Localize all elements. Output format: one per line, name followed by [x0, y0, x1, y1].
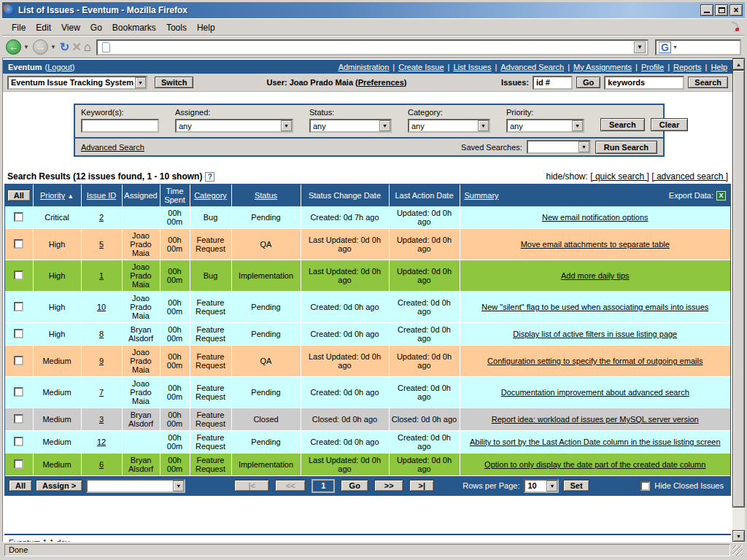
status-select[interactable]: any▼: [309, 119, 392, 133]
dropdown-arrow-icon[interactable]: ▼: [578, 141, 589, 152]
menu-help[interactable]: Help: [192, 21, 220, 34]
nav-link-my-assignments[interactable]: My Assignments: [573, 63, 632, 71]
last-page-button[interactable]: >|: [409, 480, 434, 491]
dropdown-arrow-icon[interactable]: ▼: [173, 481, 184, 491]
issue-summary-link[interactable]: Move email attachments to separate table: [521, 240, 670, 249]
prev-page-button[interactable]: <<: [275, 480, 306, 491]
row-checkbox[interactable]: [14, 302, 23, 311]
resize-grip[interactable]: [732, 545, 743, 556]
issue-id-link[interactable]: 8: [99, 330, 104, 338]
issue-id-link[interactable]: 6: [99, 460, 104, 469]
row-checkbox[interactable]: [14, 329, 23, 338]
menu-tools[interactable]: Tools: [161, 21, 192, 34]
back-button[interactable]: ←: [6, 39, 21, 55]
row-checkbox[interactable]: [14, 387, 23, 397]
issue-summary-link[interactable]: New email notification options: [542, 213, 649, 222]
scroll-down-button[interactable]: ▼: [732, 530, 745, 542]
row-checkbox[interactable]: [14, 356, 23, 365]
menu-file[interactable]: File: [7, 21, 31, 34]
maximize-button[interactable]: [715, 4, 728, 16]
google-search-box[interactable]: G ▼: [655, 39, 741, 55]
advanced-search-link[interactable]: Advanced Search: [81, 143, 144, 152]
issue-summary-link[interactable]: Report idea: workload of issues per MySQ…: [492, 415, 699, 424]
hide-closed-checkbox[interactable]: [640, 481, 650, 491]
column-category[interactable]: Category: [194, 191, 227, 200]
menu-view[interactable]: View: [56, 21, 85, 34]
issue-id-link[interactable]: 10: [97, 303, 106, 311]
minimize-button[interactable]: [700, 4, 713, 16]
switch-button[interactable]: Switch: [155, 77, 193, 88]
saved-searches-select[interactable]: ▼: [527, 140, 591, 154]
search-engine-dropdown-icon[interactable]: ▼: [673, 44, 678, 50]
issue-summary-link[interactable]: Display list of active filters in issue …: [513, 330, 677, 338]
rows-per-page-select[interactable]: 10▼: [524, 479, 559, 493]
set-button[interactable]: Set: [563, 480, 589, 491]
next-page-button[interactable]: >>: [374, 480, 403, 491]
issue-summary-link[interactable]: Ability to sort by the Last Action Date …: [470, 438, 721, 446]
current-page-input[interactable]: 1: [311, 479, 335, 493]
row-checkbox[interactable]: [14, 212, 23, 222]
issue-id-link[interactable]: 5: [99, 240, 104, 249]
menu-bookmarks[interactable]: Bookmarks: [107, 21, 161, 34]
issue-id-link[interactable]: 9: [99, 357, 104, 365]
forward-button[interactable]: →: [33, 39, 48, 55]
toggle-quick-search-link[interactable]: [ quick search ]: [590, 171, 649, 182]
url-bar[interactable]: ▼: [96, 39, 649, 55]
vertical-scrollbar[interactable]: ▲ ▼: [732, 58, 745, 542]
issue-id-input[interactable]: [533, 76, 573, 90]
dropdown-arrow-icon[interactable]: ▼: [135, 77, 146, 88]
stop-button[interactable]: ✕: [71, 42, 81, 53]
row-checkbox[interactable]: [14, 239, 23, 249]
row-checkbox[interactable]: [14, 459, 23, 469]
nav-link-administration[interactable]: Administration: [338, 63, 390, 71]
project-select[interactable]: Eventum Issue Tracking System▼: [7, 76, 147, 90]
assign-button[interactable]: Assign >: [36, 480, 82, 491]
nav-link-list-issues[interactable]: List Issues: [453, 63, 491, 71]
keyword-input[interactable]: [81, 119, 159, 133]
row-checkbox[interactable]: [14, 437, 23, 446]
dropdown-arrow-icon[interactable]: ▼: [572, 120, 583, 131]
reload-button[interactable]: ↻: [60, 42, 69, 53]
nav-link-reports[interactable]: Reports: [673, 63, 702, 71]
excel-export-icon[interactable]: [716, 191, 726, 201]
issue-id-link[interactable]: 12: [97, 438, 106, 446]
forward-dropdown-icon[interactable]: ▼: [50, 44, 56, 50]
first-page-button[interactable]: |<: [234, 480, 269, 491]
dropdown-arrow-icon[interactable]: ▼: [281, 120, 292, 131]
priority-select[interactable]: any▼: [506, 119, 584, 133]
back-dropdown-icon[interactable]: ▼: [23, 44, 29, 50]
assigned-select[interactable]: any▼: [175, 119, 293, 133]
nav-link-advanced-search[interactable]: Advanced Search: [500, 63, 564, 71]
nav-link-create-issue[interactable]: Create Issue: [398, 63, 444, 71]
row-checkbox[interactable]: [14, 414, 23, 424]
assign-select[interactable]: ▼: [86, 479, 185, 493]
issue-summary-link[interactable]: Option to only display the date part of …: [484, 460, 705, 469]
select-all-button[interactable]: All: [7, 190, 31, 201]
nav-link-help[interactable]: Help: [711, 63, 727, 71]
issue-summary-link[interactable]: Configuration setting to specify the for…: [487, 357, 703, 365]
column-summary[interactable]: Summary: [465, 191, 499, 200]
menu-go[interactable]: Go: [85, 21, 107, 34]
close-button[interactable]: ×: [729, 4, 743, 16]
scrollbar-thumb[interactable]: [732, 70, 745, 508]
issue-id-link[interactable]: 1: [99, 271, 104, 280]
search-button[interactable]: Search: [688, 77, 728, 88]
go-button[interactable]: Go: [576, 77, 600, 88]
toggle-advanced-search-link[interactable]: [ advanced search ]: [651, 171, 728, 182]
column-issue-id[interactable]: Issue ID: [87, 191, 116, 200]
column-status[interactable]: Status: [255, 191, 277, 200]
google-icon[interactable]: G: [659, 42, 671, 53]
clear-button[interactable]: Clear: [651, 118, 689, 131]
issue-id-link[interactable]: 2: [99, 213, 104, 222]
quick-search-button[interactable]: Search: [600, 118, 645, 131]
scroll-up-button[interactable]: ▲: [732, 58, 745, 70]
keywords-input[interactable]: [604, 76, 684, 90]
footer-select-all-button[interactable]: All: [9, 480, 32, 491]
row-checkbox[interactable]: [14, 271, 23, 280]
page-go-button[interactable]: Go: [341, 480, 368, 491]
url-dropdown-button[interactable]: ▼: [634, 42, 646, 53]
nav-link-profile[interactable]: Profile: [641, 63, 664, 71]
run-search-button[interactable]: Run Search: [595, 141, 657, 154]
category-select[interactable]: any▼: [408, 119, 490, 133]
issue-id-link[interactable]: 3: [99, 415, 104, 424]
